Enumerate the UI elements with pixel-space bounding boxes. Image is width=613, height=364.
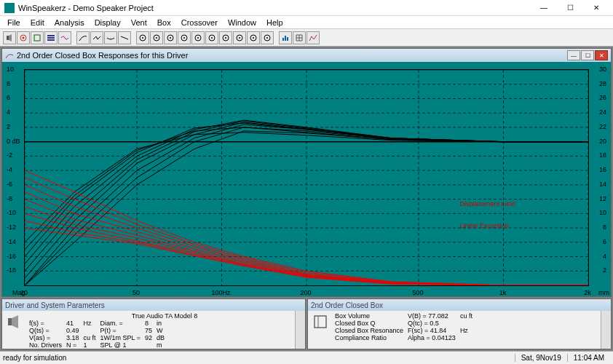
y-tick-left: -16 (7, 253, 16, 260)
svg-point-26 (266, 37, 268, 39)
menu-crossover[interactable]: Crossover (177, 17, 222, 28)
window-title: WinSpeakerz - Demo Speaker Project (18, 4, 531, 12)
tool-speaker-icon[interactable] (17, 31, 30, 44)
svg-point-14 (183, 37, 185, 39)
svg-point-2 (23, 36, 25, 39)
y-tick-right: 30 (599, 66, 606, 73)
y-tick-right: 16 (599, 166, 606, 173)
svg-rect-54 (8, 318, 12, 325)
driver-params-body: True Audio TA Model 8 f(s) =41HzDiam. =8… (2, 311, 305, 349)
y-tick-right: 14 (599, 181, 606, 188)
chart-minimize-button[interactable]: — (567, 50, 580, 60)
y-tick-left: 8 (7, 80, 10, 87)
y-tick-left: 4 (7, 108, 10, 116)
y-tick-right: 26 (599, 94, 606, 101)
svg-point-24 (253, 37, 254, 39)
tool-box-icon[interactable] (31, 31, 44, 44)
box-icon (311, 312, 330, 331)
menu-window[interactable]: Window (224, 17, 261, 28)
y-tick-left: 6 (7, 94, 10, 101)
chart-maximize-button[interactable]: ☐ (581, 50, 594, 60)
svg-rect-55 (315, 316, 326, 328)
driver-scrollbar[interactable] (295, 311, 305, 349)
svg-rect-28 (285, 36, 286, 41)
y-tick-left: -6 (7, 181, 12, 188)
tool-target8-icon[interactable] (233, 31, 246, 44)
tool-crossover-icon[interactable] (58, 31, 71, 44)
close-button[interactable]: ✕ (584, 1, 609, 15)
chart-body: Displacement LimitLinear Excursion -18-1… (2, 62, 611, 296)
maximize-button[interactable]: ☐ (558, 1, 582, 15)
svg-text:Displacement Limit: Displacement Limit (460, 200, 516, 207)
tool-target6-icon[interactable] (205, 31, 218, 44)
y-tick-right: 6 (603, 238, 606, 245)
tool-target4-icon[interactable] (178, 31, 191, 44)
svg-text:Linear Excursion: Linear Excursion (460, 222, 509, 229)
menu-edit[interactable]: Edit (26, 17, 49, 28)
y-tick-right: 18 (599, 151, 606, 159)
y-tick-right: 4 (603, 253, 606, 260)
x-tick: 500 (412, 289, 423, 296)
y-tick-left: -18 (7, 266, 16, 274)
tool-target2-icon[interactable] (150, 31, 163, 44)
toolbar (0, 29, 613, 47)
svg-rect-5 (47, 37, 55, 39)
menu-vent[interactable]: Vent (127, 17, 151, 28)
tool-curve3-icon[interactable] (104, 31, 117, 44)
tool-target7-icon[interactable] (219, 31, 232, 44)
menubar: File Edit Analysis Display Vent Box Cros… (0, 16, 613, 29)
box-params-body: Box VolumeV(B) = 77.082cu ftClosed Box Q… (308, 311, 611, 349)
mm-label: mm (598, 289, 609, 296)
y-tick-left: 0 dB (7, 138, 20, 145)
chart-window-icon (5, 51, 14, 60)
chart-close-button[interactable]: ✕ (595, 50, 608, 60)
svg-rect-27 (282, 38, 284, 41)
svg-point-18 (211, 37, 213, 39)
svg-point-10 (156, 37, 157, 39)
menu-box[interactable]: Box (153, 17, 175, 28)
y-tick-left: -12 (7, 223, 16, 231)
x-tick: 2k (584, 289, 591, 296)
y-tick-left: -14 (7, 238, 16, 245)
box-scrollbar[interactable] (601, 311, 611, 349)
menu-display[interactable]: Display (90, 17, 125, 28)
speaker-icon (5, 312, 24, 331)
tool-target9-icon[interactable] (247, 31, 260, 44)
tool-params-icon[interactable] (44, 31, 58, 44)
tool-target1-icon[interactable] (136, 31, 149, 44)
status-date: Sat, 9Nov19 (515, 354, 567, 362)
y-tick-left: -8 (7, 195, 12, 202)
statusbar: ready for simulation Sat, 9Nov19 11:04 A… (0, 351, 613, 364)
tool-target10-icon[interactable] (261, 31, 274, 44)
driver-params-title: Driver and System Parameters (2, 299, 305, 311)
tool-curve1-icon[interactable] (76, 31, 90, 44)
y-tick-right: 28 (599, 80, 606, 87)
tool-curve4-icon[interactable] (118, 31, 131, 44)
driver-params-table: f(s) =41HzDiam. =8inQ(ts) =0.49P(t) =75W… (27, 320, 167, 349)
menu-file[interactable]: File (3, 17, 25, 28)
svg-point-16 (197, 37, 199, 39)
y-tick-right: 8 (603, 223, 606, 231)
menu-help[interactable]: Help (262, 17, 288, 28)
tool-bar-icon[interactable] (279, 31, 292, 44)
response-plot: Displacement LimitLinear Excursion (24, 69, 589, 286)
tool-driver-icon[interactable] (3, 31, 16, 44)
tool-target3-icon[interactable] (164, 31, 177, 44)
y-tick-right: 24 (599, 108, 606, 116)
menu-analysis[interactable]: Analysis (50, 17, 89, 28)
box-params-panel: 2nd Order Closed Box Box VolumeV(B) = 77… (307, 298, 612, 349)
y-tick-left: -2 (7, 151, 12, 159)
x-tick: 100Hz (211, 289, 230, 296)
tool-settings-icon[interactable] (306, 31, 320, 44)
x-tick: 1k (499, 289, 507, 296)
tool-grid-icon[interactable] (293, 31, 306, 44)
tool-curve2-icon[interactable] (90, 31, 103, 44)
status-text: ready for simulation (3, 354, 515, 362)
y-tick-right: 2 (603, 266, 606, 274)
svg-point-12 (170, 37, 171, 39)
svg-rect-6 (47, 39, 55, 41)
svg-point-20 (225, 37, 226, 39)
chart-titlebar[interactable]: 2nd Order Closed Box Responses for this … (2, 49, 611, 62)
minimize-button[interactable]: — (531, 1, 556, 15)
tool-target5-icon[interactable] (191, 31, 205, 44)
